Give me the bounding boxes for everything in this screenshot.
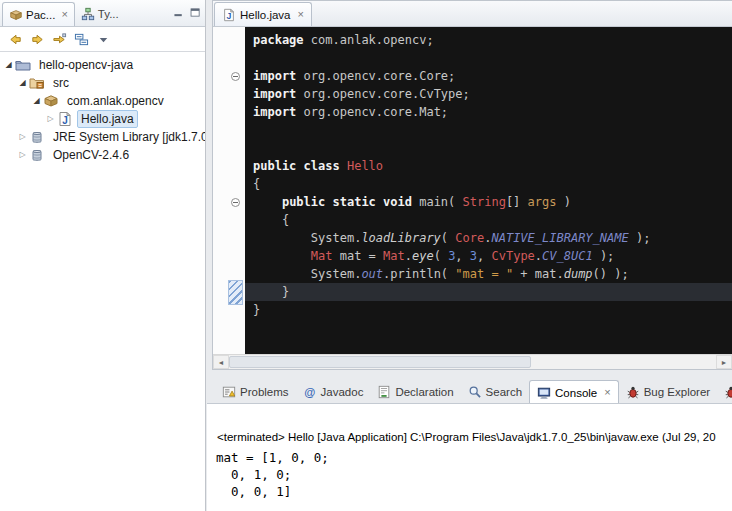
gutter-row	[226, 157, 245, 175]
code-line[interactable]: {	[245, 211, 732, 229]
tree-item-label: src	[49, 74, 73, 92]
code-token: .	[535, 249, 542, 263]
code-token: import	[253, 87, 296, 101]
problems-icon	[222, 385, 236, 399]
code-line[interactable]: }	[245, 283, 732, 301]
minimize-icon[interactable]	[172, 6, 185, 19]
library-icon	[29, 147, 45, 163]
gutter-row	[226, 139, 245, 157]
link-with-editor-icon[interactable]	[52, 32, 67, 47]
code-line[interactable]	[245, 121, 732, 139]
code-line[interactable]: {	[245, 175, 732, 193]
svg-text:J: J	[62, 115, 68, 126]
expand-arrow-icon[interactable]: ▷	[44, 110, 57, 128]
console-output-line: 0, 1, 0;	[216, 466, 732, 483]
library-icon	[29, 129, 45, 145]
code-line[interactable]: System.out.println( "mat = " + mat.dump(…	[245, 265, 732, 283]
svg-text:J: J	[227, 10, 232, 20]
console-icon	[537, 386, 551, 400]
package-explorer-icon	[9, 8, 23, 22]
code-line[interactable]	[245, 49, 732, 67]
console-output-line: 0, 0, 1]	[216, 483, 732, 500]
java-file-icon: J	[222, 8, 236, 22]
code-line[interactable]: public class Hello	[245, 157, 732, 175]
tree-item-label: JRE System Library [jdk1.7.0_25]	[49, 128, 205, 146]
code-token: {	[253, 177, 260, 191]
javadoc-icon: @	[303, 385, 317, 399]
code-line[interactable]: package com.anlak.opencv;	[245, 31, 732, 49]
view-tab-ty[interactable]: Ty...	[75, 2, 125, 26]
code-line[interactable]: public static void main( String[] args )	[245, 193, 732, 211]
tab-console[interactable]: Console	[529, 380, 619, 403]
code-token: eye	[412, 249, 434, 263]
tab-bug-explorer[interactable]: Bug Explorer	[619, 381, 717, 403]
code-line[interactable]: System.loadLibrary( Core.NATIVE_LIBRARY_…	[245, 229, 732, 247]
tree-item-label: hello-opencv-java	[35, 56, 137, 74]
maximize-icon[interactable]	[189, 6, 202, 19]
tab-javadoc[interactable]: @Javadoc	[296, 381, 371, 403]
tab-declaration[interactable]: Declaration	[370, 381, 460, 403]
editor-body: package com.anlak.opencv;import org.open…	[213, 27, 732, 354]
svg-text:@: @	[304, 386, 315, 398]
gutter-row	[226, 247, 245, 265]
code-token: CvType	[492, 249, 535, 263]
code-line[interactable]: import org.opencv.core.Core;	[245, 67, 732, 85]
tree-item-src[interactable]: ◢src	[0, 74, 205, 92]
view-tab-pac[interactable]: Pac...	[2, 2, 75, 26]
code-token: Core	[455, 231, 484, 245]
expand-arrow-icon[interactable]: ▷	[16, 128, 29, 146]
tree-item-hello-opencv-java[interactable]: ◢hello-opencv-java	[0, 56, 205, 74]
console-panel: Problems@JavadocDeclarationSearchConsole…	[207, 379, 732, 511]
code-token: )	[556, 195, 570, 209]
tab-problems[interactable]: Problems	[215, 381, 296, 403]
code-token: 3	[470, 249, 477, 263]
gutter-row	[226, 229, 245, 247]
code-line[interactable]	[245, 139, 732, 157]
scrollbar-thumb[interactable]	[229, 356, 531, 368]
editor-area: J Hello.java package com.anlak.opencv;im…	[212, 0, 732, 370]
left-view-tabbar: Pac... Ty...	[0, 0, 205, 27]
close-icon[interactable]	[61, 9, 67, 20]
back-icon[interactable]	[8, 32, 23, 47]
java-file-icon: J	[57, 111, 73, 127]
collapse-arrow-icon[interactable]: ◢	[16, 74, 29, 92]
gutter-row	[226, 49, 245, 67]
range-indicator	[228, 280, 243, 305]
scrollbar-track[interactable]	[229, 355, 716, 369]
tree-item-hello-java[interactable]: ▷JHello.java	[0, 110, 205, 128]
code-line[interactable]: Mat mat = Mat.eye( 3, 3, CvType.CV_8UC1 …	[245, 247, 732, 265]
view-window-buttons	[172, 6, 202, 19]
collapse-all-icon[interactable]	[74, 32, 89, 47]
horizontal-scrollbar[interactable]	[213, 354, 732, 369]
code-token: org.opencv.core.Core;	[296, 69, 455, 83]
tree-item-opencv-2-4-6[interactable]: ▷OpenCV-2.4.6	[0, 146, 205, 164]
scroll-right-icon[interactable]	[716, 355, 732, 369]
view-menu-icon[interactable]	[96, 32, 111, 47]
code-area[interactable]: package com.anlak.opencv;import org.open…	[245, 27, 732, 354]
forward-icon[interactable]	[30, 32, 45, 47]
gutter-row	[226, 31, 245, 49]
tab-search[interactable]: Search	[461, 381, 529, 403]
code-token: "mat = "	[455, 267, 513, 281]
editor-tab-hello-java[interactable]: J Hello.java	[214, 2, 312, 26]
fold-collapse-icon[interactable]	[231, 72, 240, 81]
code-token: Mat	[383, 249, 405, 263]
code-line[interactable]: import org.opencv.core.Mat;	[245, 103, 732, 121]
code-token: ,	[477, 249, 491, 263]
tree-item-com-anlak-opencv[interactable]: ◢com.anlak.opencv	[0, 92, 205, 110]
code-line[interactable]: import org.opencv.core.CvType;	[245, 85, 732, 103]
close-icon[interactable]	[604, 387, 610, 398]
tree-item-jre-system-library-jdk1-7-0-25[interactable]: ▷JRE System Library [jdk1.7.0_25]	[0, 128, 205, 146]
console-status-line: <terminated> Hello [Java Application] C:…	[207, 404, 732, 443]
expand-arrow-icon[interactable]: ▷	[16, 146, 29, 164]
close-icon[interactable]	[298, 9, 304, 20]
tab-bug[interactable]: Bug	[717, 381, 732, 403]
annotation-ruler	[213, 27, 226, 354]
scroll-left-icon[interactable]	[213, 355, 229, 369]
collapse-arrow-icon[interactable]: ◢	[30, 92, 43, 110]
collapse-arrow-icon[interactable]: ◢	[2, 56, 15, 74]
code-token: Hello	[347, 159, 383, 173]
console-output[interactable]: mat = [1, 0, 0; 0, 1, 0; 0, 0, 1]	[207, 443, 732, 500]
code-line[interactable]: }	[245, 301, 732, 319]
fold-collapse-icon[interactable]	[231, 198, 240, 207]
